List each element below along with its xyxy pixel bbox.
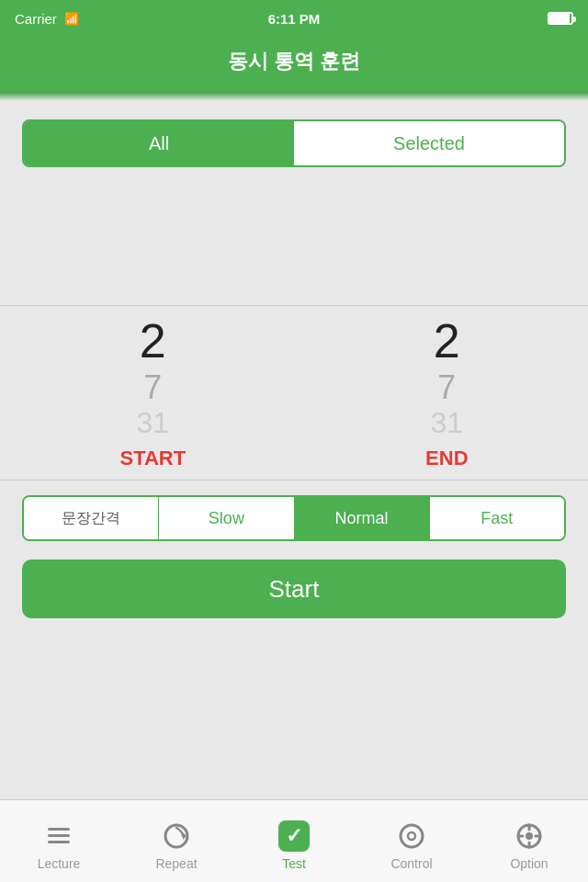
end-value-sub1: 7 <box>437 371 456 404</box>
middle-area <box>0 186 588 305</box>
svg-rect-1 <box>48 834 70 837</box>
tab-repeat[interactable]: Repeat <box>118 812 235 871</box>
lecture-icon <box>42 820 75 853</box>
nav-underline <box>0 92 588 101</box>
option-icon <box>513 820 546 853</box>
start-button[interactable]: Start <box>22 560 566 618</box>
battery-icon <box>548 12 573 25</box>
picker-section: 2 7 31 START 2 7 31 END <box>0 305 588 481</box>
toggle-all-button[interactable]: All <box>24 121 294 165</box>
lecture-label: Lecture <box>38 856 81 871</box>
test-icon <box>277 820 311 853</box>
tab-bar: Lecture Repeat Test Control <box>0 799 588 882</box>
tab-test[interactable]: Test <box>235 812 353 871</box>
start-value-sub2: 31 <box>137 408 170 437</box>
control-icon <box>395 820 428 853</box>
speed-group: 문장간격 Slow Normal Fast <box>22 495 566 541</box>
main-content: All Selected <box>0 101 588 167</box>
end-label: END <box>425 447 468 470</box>
end-picker[interactable]: 2 7 31 END <box>425 315 468 470</box>
all-selected-toggle: All Selected <box>22 119 566 167</box>
test-label: Test <box>282 856 306 871</box>
tab-lecture[interactable]: Lecture <box>0 812 118 871</box>
control-label: Control <box>390 856 432 871</box>
toggle-selected-button[interactable]: Selected <box>294 121 564 165</box>
repeat-label: Repeat <box>155 856 197 871</box>
svg-point-5 <box>401 825 423 847</box>
tab-option[interactable]: Option <box>470 812 588 871</box>
end-value-sub2: 31 <box>431 408 464 437</box>
svg-rect-2 <box>48 841 70 843</box>
start-value-sub1: 7 <box>143 371 162 404</box>
svg-point-8 <box>526 832 533 840</box>
tab-control[interactable]: Control <box>353 812 470 871</box>
fast-button[interactable]: Fast <box>430 497 564 539</box>
end-value-main: 2 <box>434 315 460 368</box>
carrier-label: Carrier <box>15 11 57 27</box>
svg-point-6 <box>408 832 415 840</box>
bottom-controls: 문장간격 Slow Normal Fast Start <box>0 495 588 618</box>
svg-rect-0 <box>48 828 70 831</box>
start-label: START <box>119 447 186 470</box>
status-bar: Carrier 📶 6:11 PM <box>0 0 588 37</box>
start-value-main: 2 <box>140 315 166 368</box>
nav-title: 동시 통역 훈련 <box>228 48 360 75</box>
start-picker[interactable]: 2 7 31 START <box>119 315 186 470</box>
wifi-icon: 📶 <box>64 12 79 26</box>
slow-button[interactable]: Slow <box>159 497 294 539</box>
status-bar-left: Carrier 📶 <box>15 11 79 27</box>
repeat-icon <box>160 820 193 853</box>
option-label: Option <box>510 856 548 871</box>
speed-label: 문장간격 <box>24 497 159 539</box>
status-bar-time: 6:11 PM <box>268 11 321 27</box>
normal-button[interactable]: Normal <box>295 497 430 539</box>
nav-bar: 동시 통역 훈련 <box>0 37 588 92</box>
status-bar-right <box>548 12 573 25</box>
